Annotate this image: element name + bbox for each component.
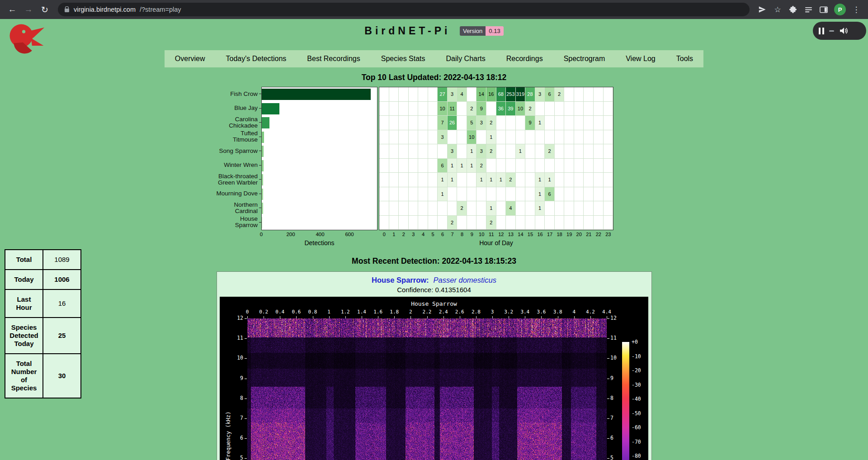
browser-menu-icon[interactable]: ⋮	[849, 2, 863, 17]
heatmap-cell	[545, 216, 555, 230]
heatmap-cell	[418, 116, 428, 130]
species-label: Fish Crow	[216, 87, 261, 101]
nav-item-view-log[interactable]: View Log	[615, 50, 666, 67]
heatmap-cell	[438, 216, 448, 230]
spec-y-tick: 6	[610, 435, 613, 441]
heatmap-cell	[418, 216, 428, 230]
heatmap-cell: 28	[525, 87, 535, 102]
heatmap-cell	[594, 87, 604, 102]
heatmap-cell	[574, 87, 584, 102]
heatmap-cell	[516, 187, 526, 202]
stats-value[interactable]: 1006	[43, 270, 81, 289]
nav-item-recordings[interactable]: Recordings	[496, 50, 553, 67]
nav-item-overview[interactable]: Overview	[165, 50, 216, 67]
spec-x-tick: 1	[327, 309, 330, 315]
heatmap-cell: 2	[467, 102, 477, 116]
heatmap-cell: 2	[486, 144, 496, 159]
nav-item-daily-charts[interactable]: Daily Charts	[436, 50, 496, 67]
heatmap-cell	[418, 201, 428, 216]
spec-y-tickmark	[245, 458, 247, 459]
spec-x-tick: 0	[246, 309, 249, 315]
hour-axis-tick: 8	[457, 230, 467, 238]
heatmap-cell: 1	[438, 173, 448, 187]
bar-row	[262, 116, 377, 130]
spec-y-tick: 11	[222, 335, 243, 341]
heatmap-cell: 2	[476, 159, 486, 173]
spec-x-tick: 2	[409, 309, 412, 315]
stats-row: Total1089	[5, 250, 81, 270]
heatmap-cell: 3	[438, 130, 448, 145]
heatmap-cell	[389, 216, 399, 230]
spec-y-tick: 11	[610, 335, 617, 341]
heatmap-cell	[457, 187, 467, 202]
spec-x-tickmark	[410, 316, 411, 318]
heatmap-cell	[389, 116, 399, 130]
spec-x-tickmark	[541, 316, 542, 318]
spec-x-tickmark	[313, 316, 313, 318]
heatmap-cell	[418, 159, 428, 173]
heatmap-cell	[555, 159, 565, 173]
heatmap-cell	[594, 102, 604, 116]
heatmap-cell	[574, 173, 584, 187]
side-panel-icon[interactable]	[816, 2, 831, 17]
pause-button[interactable]	[819, 28, 824, 34]
hour-axis-tick: 9	[467, 230, 477, 238]
heatmap-cell	[418, 144, 428, 159]
spec-x-tick: 4.2	[586, 309, 595, 315]
spec-x-tick: 3.2	[504, 309, 513, 315]
back-button[interactable]: ←	[5, 2, 20, 17]
bar-row	[262, 216, 377, 230]
heatmap-cell: 6	[438, 159, 448, 173]
stats-value[interactable]: 25	[43, 318, 81, 354]
reading-list-icon[interactable]	[801, 2, 816, 17]
forward-button[interactable]: →	[21, 2, 36, 17]
bar-axis-label: Detections	[261, 239, 377, 247]
heatmap-cell	[564, 187, 574, 202]
heatmap-cell	[438, 144, 448, 159]
send-icon[interactable]	[755, 2, 769, 17]
nav-item-best-recordings[interactable]: Best Recordings	[297, 50, 370, 67]
nav-item-today-s-detections[interactable]: Today's Detections	[216, 50, 297, 67]
extensions-icon[interactable]	[786, 2, 800, 17]
spec-x-tickmark	[296, 316, 297, 318]
heatmap-cell	[389, 130, 399, 145]
spec-y-tick: 12	[610, 315, 617, 321]
heatmap-cell	[379, 144, 389, 159]
volume-button[interactable]	[839, 27, 848, 35]
url-bar[interactable]: virginia.birdnetpi.com/?stream=play	[58, 3, 750, 16]
heatmap-cell	[389, 102, 399, 116]
heatmap-cell	[428, 102, 438, 116]
nav-item-tools[interactable]: Tools	[666, 50, 703, 67]
nav-item-species-stats[interactable]: Species Stats	[371, 50, 436, 67]
detection-confidence: Confidence: 0.41351604	[217, 286, 651, 294]
heatmap-cell: 1	[486, 130, 496, 145]
spec-x-tick: 3.6	[537, 309, 546, 315]
seek-bar[interactable]	[829, 30, 834, 32]
spec-x-tickmark	[443, 316, 444, 318]
heatmap-cell	[379, 130, 389, 145]
detection-bar	[262, 189, 263, 200]
spec-y-tickmark	[245, 438, 247, 439]
heatmap-cell: 2	[506, 173, 516, 187]
heatmap-cell	[399, 187, 409, 202]
profile-avatar[interactable]: P	[834, 4, 846, 15]
heatmap-cell	[457, 102, 467, 116]
version-label: Version	[460, 26, 486, 36]
spectrogram-panel: House Sparrow Frequency (kHz) 00.20.40.6…	[220, 297, 648, 460]
detection-scientific-name: Passer domesticus	[434, 276, 496, 284]
hour-axis-tick: 18	[555, 230, 565, 238]
heatmap-cell: 1	[535, 201, 545, 216]
heatmap-cell	[535, 159, 545, 173]
heatmap-cell	[545, 201, 555, 216]
heatmap-cell	[457, 130, 467, 145]
heatmap-cell	[428, 87, 438, 102]
stats-value[interactable]: 30	[43, 354, 81, 398]
stats-value: 16	[43, 289, 81, 318]
nav-item-spectrogram[interactable]: Spectrogram	[553, 50, 616, 67]
colorbar-tick: -40	[632, 396, 641, 402]
spectrogram-colorbar	[622, 342, 629, 460]
spec-x-tickmark	[345, 316, 346, 318]
bookmark-star-icon[interactable]: ☆	[770, 2, 785, 17]
heatmap-cell: 2	[448, 216, 458, 230]
reload-button[interactable]: ↻	[37, 2, 52, 17]
